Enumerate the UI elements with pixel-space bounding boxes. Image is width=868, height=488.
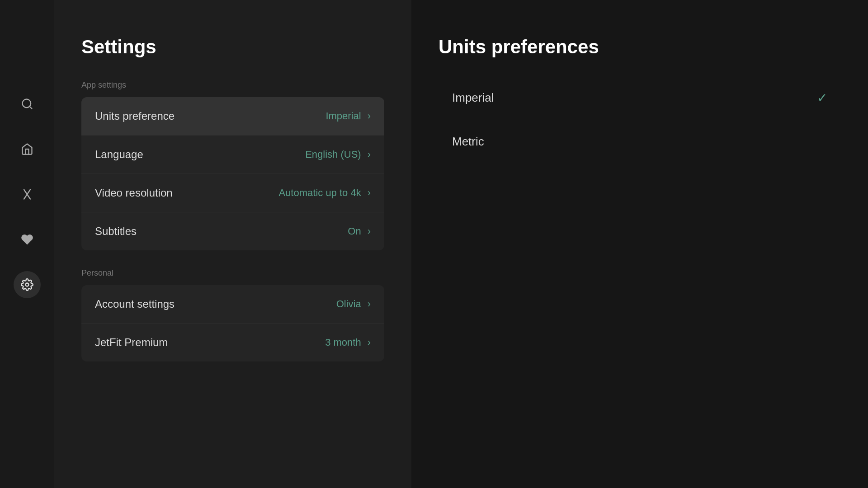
account-settings-value-group: Olivia ›: [336, 298, 371, 310]
units-preference-label: Units preference: [95, 110, 175, 122]
units-preference-value: Imperial: [326, 110, 361, 122]
account-settings-chevron: ›: [368, 298, 371, 310]
language-item[interactable]: Language English (US) ›: [81, 136, 384, 174]
account-settings-value: Olivia: [336, 298, 361, 310]
units-preference-item[interactable]: Units preference Imperial ›: [81, 97, 384, 136]
svg-point-4: [26, 283, 29, 286]
workout-icon[interactable]: [14, 181, 41, 208]
video-resolution-value-group: Automatic up to 4k ›: [278, 187, 371, 199]
video-resolution-label: Video resolution: [95, 187, 173, 199]
page-title: Settings: [81, 36, 384, 58]
jetfit-premium-value-group: 3 month ›: [325, 337, 371, 348]
imperial-label: Imperial: [452, 91, 494, 105]
units-preference-chevron: ›: [368, 110, 371, 122]
subtitles-item[interactable]: Subtitles On ›: [81, 212, 384, 250]
jetfit-premium-value: 3 month: [325, 337, 361, 348]
right-panel: Units preferences Imperial ✓ Metric: [411, 0, 868, 488]
app-settings-list: Units preference Imperial › Language Eng…: [81, 97, 384, 250]
imperial-check-icon: ✓: [817, 90, 827, 105]
language-value-group: English (US) ›: [305, 149, 371, 160]
imperial-option[interactable]: Imperial ✓: [439, 76, 841, 120]
favorites-icon[interactable]: [14, 226, 41, 253]
app-settings-label: App settings: [81, 80, 384, 90]
video-resolution-item[interactable]: Video resolution Automatic up to 4k ›: [81, 174, 384, 212]
subtitles-label: Subtitles: [95, 225, 137, 238]
language-chevron: ›: [368, 149, 371, 160]
subtitles-value-group: On ›: [348, 225, 371, 237]
language-label: Language: [95, 148, 143, 161]
settings-panel: Settings App settings Units preference I…: [54, 0, 411, 488]
video-resolution-chevron: ›: [368, 187, 371, 199]
language-value: English (US): [305, 149, 361, 160]
metric-option[interactable]: Metric: [439, 120, 841, 163]
svg-line-1: [29, 106, 32, 108]
sidebar: [0, 0, 54, 488]
subtitles-value: On: [348, 225, 361, 237]
personal-label: Personal: [81, 268, 384, 278]
home-icon[interactable]: [14, 136, 41, 163]
video-resolution-value: Automatic up to 4k: [278, 187, 361, 199]
jetfit-premium-label: JetFit Premium: [95, 336, 168, 349]
jetfit-premium-item[interactable]: JetFit Premium 3 month ›: [81, 324, 384, 361]
jetfit-premium-chevron: ›: [368, 337, 371, 348]
settings-nav-icon[interactable]: [14, 271, 41, 298]
units-preference-value-group: Imperial ›: [326, 110, 371, 122]
account-settings-item[interactable]: Account settings Olivia ›: [81, 285, 384, 324]
account-settings-label: Account settings: [95, 298, 175, 310]
units-options-list: Imperial ✓ Metric: [439, 76, 841, 163]
metric-label: Metric: [452, 135, 484, 149]
right-panel-title: Units preferences: [439, 36, 841, 58]
subtitles-chevron: ›: [368, 225, 371, 237]
search-icon[interactable]: [14, 90, 41, 117]
personal-settings-list: Account settings Olivia › JetFit Premium…: [81, 285, 384, 361]
